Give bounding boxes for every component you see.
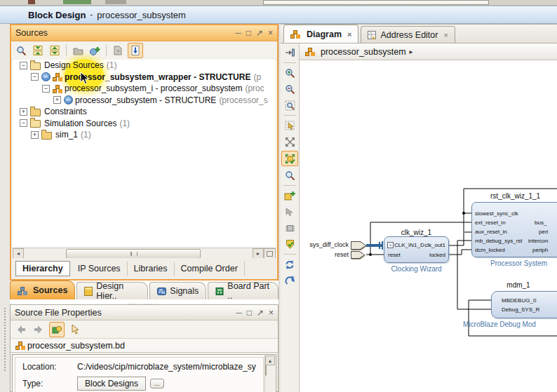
vhdl-file-icon: vh <box>64 95 73 104</box>
port-dcm-locked[interactable]: dcm_locked <box>475 247 505 253</box>
tab-signals[interactable]: Signals <box>149 282 206 299</box>
type-more-button[interactable]: ... <box>150 379 164 388</box>
tab-sources[interactable]: Sources <box>10 281 75 299</box>
tree-item-sim-1[interactable]: + sim_1 (1) <box>13 129 276 141</box>
port-clk-out1[interactable]: clk_out1 <box>424 242 445 248</box>
tab-libraries[interactable]: Libraries <box>128 262 175 276</box>
float-icon[interactable]: ↗ <box>256 29 263 37</box>
close-icon[interactable]: × <box>268 29 273 37</box>
scrollbar-track[interactable] <box>24 249 253 258</box>
expand-expander-icon[interactable]: + <box>53 96 61 104</box>
collapse-all-icon[interactable] <box>31 43 45 58</box>
tree-item-subsystem-i[interactable]: − processor_subsystem_i - processor_subs… <box>13 83 276 95</box>
maximize-icon[interactable]: □ <box>247 309 252 317</box>
scrollbar-thumb[interactable] <box>66 249 201 259</box>
maximize-icon[interactable]: □ <box>246 29 251 37</box>
scroll-right-icon[interactable]: ► <box>253 248 264 259</box>
port-aux-reset-in[interactable]: aux_reset_in <box>475 229 507 235</box>
find-icon[interactable] <box>282 168 297 182</box>
expand-expander-icon[interactable]: + <box>20 108 27 116</box>
help-file-icon[interactable]: ? <box>111 43 125 58</box>
collapse-expander-icon[interactable]: − <box>31 73 39 81</box>
float-icon[interactable]: ↗ <box>257 309 264 317</box>
validate-design-icon[interactable] <box>282 237 297 251</box>
port-ext-reset-in[interactable]: ext_reset_in <box>475 219 506 226</box>
tab-board-part[interactable]: Board Part .. <box>208 282 278 299</box>
tab-design-hierarchy[interactable]: Design Hier.. <box>76 282 148 299</box>
open-file-icon[interactable] <box>71 43 85 58</box>
tree-item-subsystem[interactable]: + vh processor_subsystem - STRUCTURE (pr… <box>13 95 276 107</box>
external-port-reset[interactable] <box>351 251 365 259</box>
tree-item-simulation-sources[interactable]: − Simulation Sources (1) <box>13 118 276 130</box>
external-port-label-sys-diff-clock[interactable]: sys_diff_clock <box>300 241 349 248</box>
port-clk-in1-d[interactable]: +CLK_IN1_D <box>387 242 424 248</box>
scrollbar-thumb[interactable] <box>265 365 267 376</box>
search-icon[interactable] <box>14 43 28 58</box>
select-pointer-icon[interactable] <box>68 323 82 337</box>
make-external-icon[interactable] <box>282 205 297 219</box>
port-bus-struct-reset[interactable]: bus_ <box>535 219 546 226</box>
block-clk-wiz-1[interactable]: +CLK_IN1_D reset clk_out1 locked <box>384 236 449 263</box>
port-mbdebug-0[interactable]: MBDEBUG_0 <box>502 297 536 304</box>
properties-panel-header[interactable]: Source File Properties ─ □ ↗ × <box>11 305 278 320</box>
collapse-expander-icon[interactable]: − <box>20 119 27 127</box>
regenerate-layout-icon[interactable] <box>282 273 297 288</box>
properties-view-icon[interactable] <box>49 322 65 337</box>
scrollbar-corner-grip[interactable] <box>264 248 276 259</box>
expand-expander-icon[interactable]: + <box>31 131 39 139</box>
zoom-to-selection-icon[interactable] <box>282 98 297 112</box>
scroll-to-selected-icon[interactable] <box>128 43 143 58</box>
close-tab-icon[interactable]: × <box>347 30 351 39</box>
port-slowest-sync-clk[interactable]: slowest_sync_clk <box>475 210 518 217</box>
block-mdm-1[interactable]: MBDEBUG_0 Debug_SYS_R <box>491 291 557 318</box>
fit-to-window-icon[interactable] <box>282 135 297 149</box>
collapse-expander-icon[interactable]: − <box>42 85 50 93</box>
tab-hierarchy[interactable]: Hierarchy <box>15 261 70 276</box>
port-peripheral-reset[interactable]: peri <box>539 229 548 235</box>
port-debug-sys-rst[interactable]: Debug_SYS_R <box>502 306 539 313</box>
scroll-left-icon[interactable]: ◄ <box>13 248 24 259</box>
autofit-selection-icon[interactable] <box>281 151 298 166</box>
tree-item-design-sources[interactable]: − Design Sources (1) <box>13 60 276 72</box>
zoom-out-icon[interactable] <box>282 82 297 96</box>
diagram-toolbar <box>281 43 300 392</box>
interface-expand-icon[interactable]: + <box>387 242 394 248</box>
minimize-icon[interactable]: ─ <box>235 29 241 37</box>
tab-compile-order[interactable]: Compile Order <box>175 262 245 276</box>
refresh-icon[interactable] <box>282 257 297 271</box>
zoom-in-icon[interactable] <box>282 66 297 80</box>
tree-item-wrapper[interactable]: − vh processor_subsystem_wrapper - STRUC… <box>13 72 276 83</box>
pin-toolbar-icon[interactable] <box>282 46 297 60</box>
tree-item-constraints[interactable]: + Constraints <box>13 106 276 118</box>
forward-icon[interactable] <box>32 323 46 337</box>
tree-horizontal-scrollbar[interactable]: ◄ ► <box>13 248 276 259</box>
port-reset[interactable]: reset <box>388 252 401 258</box>
collapse-expander-icon[interactable]: − <box>20 62 27 69</box>
port-peripheral-aresetn[interactable]: periph <box>532 247 548 253</box>
diagram-canvas[interactable]: processor_subsystem ▸ <box>300 43 557 392</box>
properties-vertical-scrollbar[interactable]: ▲ <box>264 356 275 392</box>
type-value-button[interactable]: Block Designs <box>77 377 146 391</box>
expand-all-icon[interactable] <box>48 43 62 58</box>
close-tab-icon[interactable]: × <box>443 31 448 39</box>
sources-panel-header[interactable]: Sources ─ □ ↗ × <box>11 25 277 41</box>
selected-file-row[interactable]: processor_subsystem.bd <box>11 338 278 353</box>
external-port-label-reset[interactable]: reset <box>300 251 349 258</box>
tab-ip-sources[interactable]: IP Sources <box>72 262 128 276</box>
add-sources-icon[interactable] <box>88 43 102 58</box>
block-rst-clk-wiz-1-1[interactable]: slowest_sync_clk ext_reset_in aux_reset_… <box>471 202 557 257</box>
close-icon[interactable]: × <box>269 309 274 317</box>
external-port-sys-diff-clock[interactable] <box>351 241 366 250</box>
scroll-up-icon[interactable]: ▲ <box>265 356 275 365</box>
add-ip-icon[interactable] <box>282 189 297 203</box>
select-area-icon[interactable] <box>282 119 297 133</box>
back-icon[interactable] <box>14 323 28 337</box>
customize-ip-icon[interactable] <box>282 221 297 235</box>
tab-label: Diagram <box>307 29 342 39</box>
tab-address-editor[interactable]: Address Editor × <box>361 26 455 43</box>
minimize-icon[interactable]: ─ <box>236 309 242 317</box>
port-locked[interactable]: locked <box>429 252 445 258</box>
port-interconnect-aresetn[interactable]: intercon <box>528 238 548 244</box>
port-mb-debug-sys-rst[interactable]: mb_debug_sys_rst <box>475 238 523 244</box>
tab-diagram[interactable]: Diagram × <box>283 25 358 43</box>
